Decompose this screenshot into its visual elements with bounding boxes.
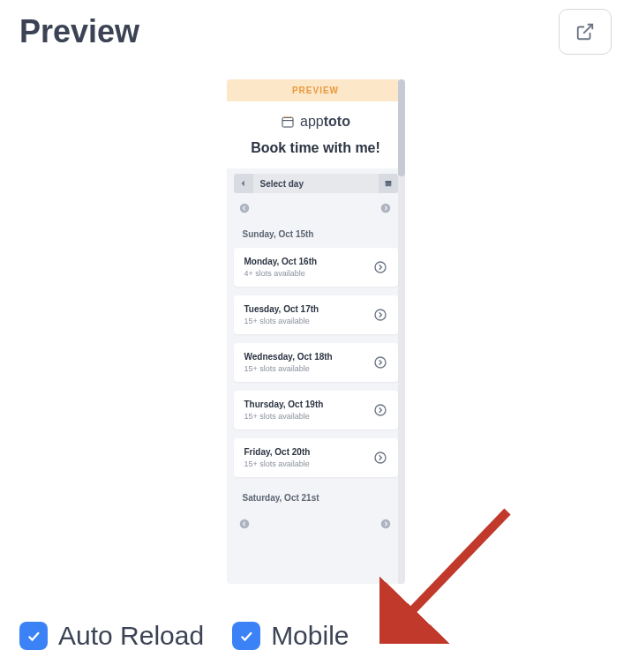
calendar-icon — [385, 180, 392, 187]
svg-point-12 — [375, 357, 386, 368]
svg-point-15 — [239, 519, 249, 529]
svg-point-10 — [375, 262, 386, 273]
calendar-logo-icon — [281, 115, 295, 129]
circle-arrow-left-icon — [239, 519, 250, 529]
day-sub: 15+ slots available — [244, 364, 333, 373]
svg-point-5 — [290, 116, 292, 118]
day-sub: 15+ slots available — [244, 317, 319, 325]
calendar-button[interactable] — [379, 174, 398, 193]
mobile-checkbox[interactable]: Mobile — [232, 621, 349, 651]
svg-point-16 — [380, 519, 390, 529]
scrollbar-track[interactable] — [398, 79, 405, 584]
day-title: Wednesday, Oct 18th — [244, 352, 333, 362]
circle-arrow-right-icon — [380, 203, 391, 213]
day-title: Thursday, Oct 19th — [244, 399, 324, 409]
saturday-header: Saturday, Oct 21st — [227, 486, 405, 511]
circle-arrow-right-icon — [373, 308, 387, 322]
external-link-icon — [575, 22, 595, 41]
day-card[interactable]: Thursday, Oct 19th15+ slots available — [234, 391, 398, 429]
open-external-button[interactable] — [559, 9, 612, 55]
day-title: Monday, Oct 16th — [244, 257, 318, 266]
svg-rect-1 — [282, 117, 293, 127]
prev-week-button[interactable] — [239, 201, 252, 213]
circle-arrow-right-icon — [373, 403, 387, 417]
day-card[interactable]: Wednesday, Oct 18th15+ slots available — [234, 343, 398, 382]
brand-text: apptoto — [300, 114, 350, 130]
booking-title: Book time with me! — [227, 137, 405, 168]
mobile-label: Mobile — [271, 621, 349, 651]
svg-point-14 — [375, 452, 386, 463]
preview-banner: PREVIEW — [227, 79, 405, 101]
page-title: Preview — [19, 13, 139, 50]
day-card[interactable]: Friday, Oct 20th15+ slots available — [234, 438, 398, 477]
circle-arrow-right-icon — [373, 355, 387, 370]
check-icon — [238, 628, 254, 644]
svg-point-8 — [239, 204, 249, 213]
arrow-left-icon — [240, 180, 247, 187]
day-card[interactable]: Monday, Oct 16th4+ slots available — [234, 248, 398, 287]
svg-line-0 — [583, 25, 592, 34]
mobile-preview-pane: PREVIEW apptoto Book time with me! Selec… — [227, 79, 405, 584]
circle-arrow-right-icon — [373, 451, 387, 465]
scrollbar-thumb[interactable] — [398, 79, 405, 176]
day-card[interactable]: Tuesday, Oct 17th15+ slots available — [234, 295, 398, 334]
auto-reload-label: Auto Reload — [58, 621, 204, 651]
auto-reload-checkbox[interactable]: Auto Reload — [19, 621, 204, 651]
svg-point-4 — [287, 116, 289, 118]
back-button[interactable] — [234, 174, 253, 193]
day-sub: 15+ slots available — [244, 412, 324, 421]
prev-week-button-bottom[interactable] — [239, 517, 252, 529]
select-day-bar: Select day — [234, 174, 398, 193]
circle-arrow-right-icon — [380, 519, 391, 529]
day-title: Tuesday, Oct 17th — [244, 304, 319, 314]
select-day-label: Select day — [253, 179, 304, 189]
svg-point-11 — [375, 310, 386, 320]
brand-row: apptoto — [227, 101, 405, 137]
circle-arrow-left-icon — [239, 203, 250, 213]
sunday-header: Sunday, Oct 15th — [227, 222, 405, 248]
svg-rect-7 — [385, 181, 391, 182]
svg-point-3 — [284, 116, 286, 118]
day-title: Friday, Oct 20th — [244, 447, 311, 457]
svg-point-9 — [380, 204, 390, 213]
svg-point-13 — [375, 405, 386, 415]
circle-arrow-right-icon — [373, 260, 387, 274]
day-sub: 15+ slots available — [244, 459, 311, 468]
day-sub: 4+ slots available — [244, 269, 318, 278]
next-week-button[interactable] — [380, 201, 393, 213]
check-icon — [26, 628, 41, 644]
next-week-button-bottom[interactable] — [380, 517, 393, 529]
